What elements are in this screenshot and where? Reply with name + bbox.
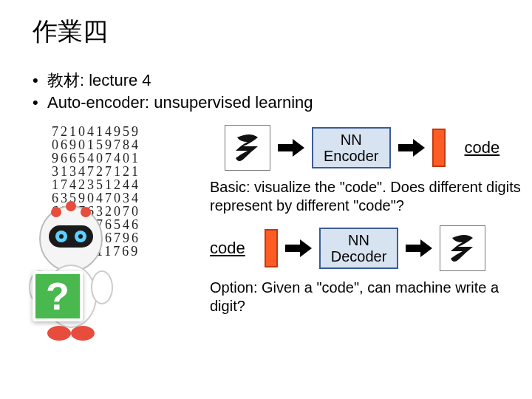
diagram-area: NN Encoder code Basic: visualize the "co… [210,120,528,326]
digit-row: 3134727121 [52,165,140,178]
nn-decoder-box: NN Decoder [319,228,399,269]
code-label: code [210,239,245,258]
nn-encoder-box: NN Encoder [312,127,391,168]
svg-point-7 [66,201,76,211]
arrow-icon [278,140,304,155]
question-mark-text: ? [46,274,69,318]
nn-decoder-line2: Decoder [331,248,387,265]
digit-row: 9665407401 [52,151,140,165]
bullet-1: • 教材: lecture 4 [33,69,510,92]
decoder-flow: code NN Decoder [210,225,528,271]
svg-point-14 [71,326,95,341]
bullet-dot: • [33,69,43,92]
arrow-icon [406,241,432,256]
svg-point-6 [51,207,61,217]
code-label: code [465,138,500,157]
code-vector-icon [265,229,278,267]
digit-row: 1742351244 [52,178,140,191]
arrow-icon [285,241,312,256]
bullet-dot: • [33,92,43,114]
digit-image-icon [440,225,485,271]
bullet-1-text: 教材: lecture 4 [47,69,151,92]
question-mark-card: ? [33,271,83,321]
encoder-flow: NN Encoder code [225,125,528,171]
svg-point-11 [92,271,112,304]
code-vector-icon [432,129,446,167]
svg-point-5 [78,234,83,239]
digit-row: 7210414959 [52,125,140,138]
nn-encoder-line1: NN [324,132,379,148]
basic-question-text: Basic: visualize the "code". Does differ… [210,178,528,215]
arrow-icon [398,140,425,155]
nn-encoder-line2: Encoder [324,148,379,164]
slide-title: 作業四 [33,15,510,49]
bullet-2-text: Auto-encoder: unsupervised learning [47,92,313,114]
digit-image-icon [225,125,270,171]
svg-point-4 [59,234,64,239]
digit-row: 0690159784 [52,138,140,151]
content-area: 7210414959 0690159784 9665407401 3134727… [33,125,510,369]
bullet-2: • Auto-encoder: unsupervised learning [33,92,510,114]
svg-point-13 [47,326,71,341]
option-question-text: Option: Given a "code", can machine writ… [210,279,528,316]
bullet-list: • 教材: lecture 4 • Auto-encoder: unsuperv… [33,69,510,113]
nn-decoder-line1: NN [331,232,387,248]
svg-point-8 [81,207,91,217]
